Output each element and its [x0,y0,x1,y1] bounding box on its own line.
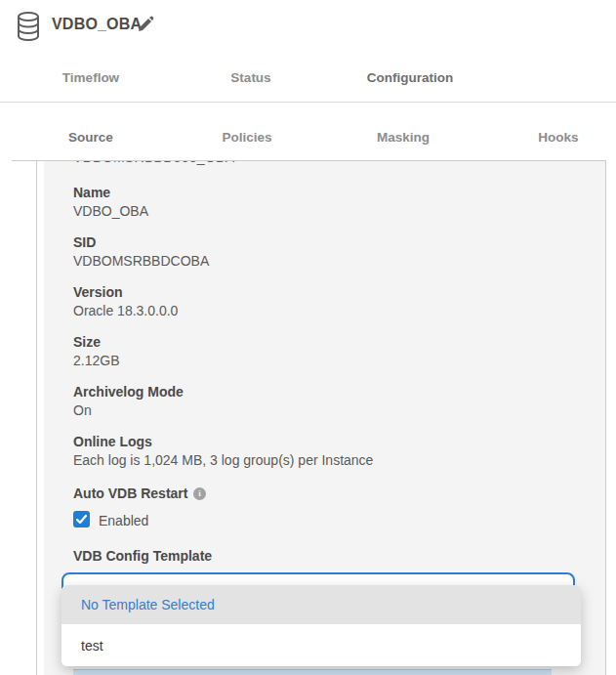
field-archivelog-mode: Archivelog Mode On [73,384,581,418]
field-online-logs: Online Logs Each log is 1,024 MB, 3 log … [73,434,581,468]
field-archivelog-mode-value: On [73,402,581,418]
vdb-config-template-label: VDB Config Template [73,548,212,564]
field-size-label: Size [73,334,581,350]
checkmark-icon [75,513,88,526]
next-section-header-bar[interactable] [73,669,552,675]
tab-status[interactable]: Status [230,70,270,85]
subtab-policies[interactable]: Policies [222,130,271,145]
header-divider [0,102,616,103]
field-sid: SID VDBOMSRBBDCOBA [73,234,581,269]
vdb-config-template-dropdown: No Template Selected test [62,585,581,666]
field-size: Size 2.12GB [73,334,581,368]
panel-right-border [605,160,606,675]
main-tab-bar: Timeflow Status Configuration [0,70,616,90]
tab-timeflow[interactable]: Timeflow [62,70,119,85]
database-icon [17,12,40,41]
field-version-label: Version [73,284,581,300]
subtab-source[interactable]: Source [68,130,113,145]
page-title: VDBO_OBA [52,16,142,33]
field-online-logs-label: Online Logs [73,434,581,449]
field-sid-label: SID [73,234,581,250]
field-version-value: Oracle 18.3.0.0.0 [73,303,581,318]
field-version: Version Oracle 18.3.0.0.0 [73,284,581,318]
info-icon[interactable]: i [193,487,206,500]
clipped-scrolled-value: VDBOMSRBBD303_OBA [73,161,366,167]
edit-pencil-icon[interactable] [137,16,154,33]
enabled-checkbox-label: Enabled [99,513,148,528]
field-name-value: VDBO_OBA [73,203,581,219]
subtab-masking[interactable]: Masking [377,130,430,145]
dropdown-option-no-template[interactable]: No Template Selected [62,585,581,624]
dropdown-option-test[interactable]: test [62,624,581,666]
auto-vdb-restart-label: Auto VDB Restart [73,485,187,501]
subtab-hooks[interactable]: Hooks [538,130,578,145]
tab-configuration[interactable]: Configuration [367,70,453,85]
panel-left-border [36,160,37,675]
configuration-sub-tab-bar: Source Policies Masking Hooks [0,130,616,148]
field-size-value: 2.12GB [73,353,581,368]
enabled-checkbox[interactable] [73,511,90,527]
field-name: Name VDBO_OBA [73,185,581,219]
field-sid-value: VDBOMSRBBDCOBA [73,253,581,269]
field-online-logs-value: Each log is 1,024 MB, 3 log group(s) per… [73,452,581,468]
window-header: VDBO_OBA [0,0,616,55]
field-name-label: Name [73,185,581,200]
field-archivelog-mode-label: Archivelog Mode [73,384,581,400]
